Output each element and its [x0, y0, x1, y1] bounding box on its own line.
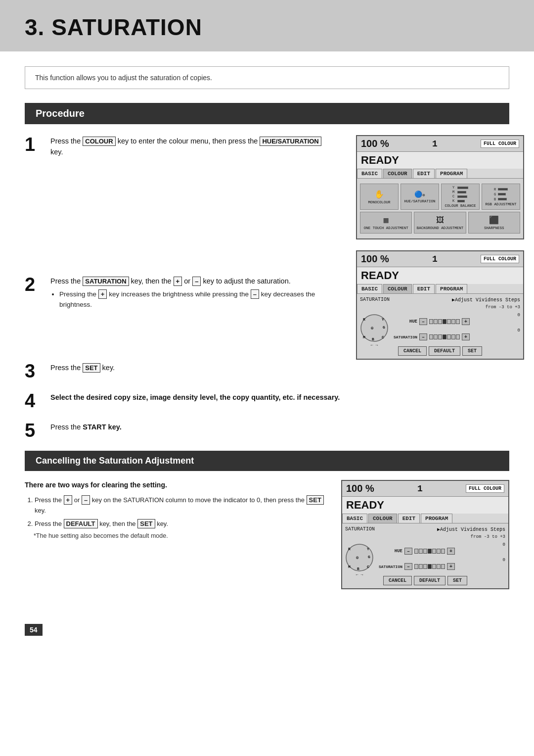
screen-gap — [341, 239, 509, 250]
steps-left: 1 Press the COLOUR key to enter the colo… — [25, 135, 326, 360]
step-3-text: Press the SET key. — [50, 363, 509, 374]
cancelling-section: Cancelling the Saturation Adjustment The… — [25, 451, 509, 589]
s3-ind4 — [428, 549, 432, 554]
s3-tab-edit[interactable]: EDIT — [398, 514, 420, 523]
huesat-icon[interactable]: 🔵⊕ HUE/SATURATION — [400, 184, 439, 210]
onetouch-icon[interactable]: ▦ ONE TOUCH ADJUSTMENT — [360, 212, 412, 234]
screen-3: 100 % 1 FULL COLOUR READY BASIC COLOUR E… — [341, 480, 509, 589]
cancel-text-block: There are two ways for clearing the sett… — [25, 480, 326, 539]
sind1 — [429, 334, 433, 339]
s2-tab-program[interactable]: PROGRAM — [436, 284, 467, 293]
s3-hue-plus-btn[interactable]: + — [447, 548, 455, 555]
s3-cancel-btn[interactable]: CANCEL — [383, 576, 412, 585]
svg-text:R: R — [363, 317, 365, 322]
hue-sat-key: HUE/SATURATION — [260, 137, 321, 146]
tab-edit[interactable]: EDIT — [413, 169, 435, 178]
step-4-number: 4 — [25, 391, 50, 410]
rgbadj-label: RGB ADJUSTMENT — [485, 202, 516, 206]
screen-1-tabs: BASIC COLOUR EDIT PROGRAM — [357, 169, 523, 179]
monocolour-icon[interactable]: ✋ MONOCOLOUR — [360, 184, 399, 210]
colourbal-icon[interactable]: Y M C K COLOUR BALANCE — [441, 184, 480, 210]
hue-indicators — [429, 319, 460, 324]
tab-colour[interactable]: COLOUR — [383, 169, 412, 178]
cancel-btn[interactable]: CANCEL — [398, 346, 427, 356]
ind3 — [438, 319, 442, 324]
screen-3-status: FULL COLOUR — [466, 484, 504, 493]
screen-3-tabs: BASIC COLOUR EDIT PROGRAM — [342, 514, 508, 523]
ind7 — [456, 319, 460, 324]
s2-tab-colour[interactable]: COLOUR — [383, 284, 412, 293]
screen1-spacer — [25, 169, 326, 275]
s3-tab-colour[interactable]: COLOUR — [368, 514, 397, 523]
screen-2: 100 % 1 FULL COLOUR READY BASIC COLOUR E… — [356, 250, 524, 360]
s3-sat-ctrl-label: SATURATION — [378, 565, 402, 569]
mono-label: MONOCOLOUR — [368, 200, 390, 204]
icon-grid-1: ✋ MONOCOLOUR 🔵⊕ HUE/SATURATION Y M C — [360, 184, 520, 210]
s3-tab-basic[interactable]: BASIC — [342, 514, 367, 523]
s3-hue-minus-btn[interactable]: – — [404, 548, 412, 555]
set-btn[interactable]: SET — [462, 346, 482, 356]
s3-sat-indicators — [414, 564, 445, 569]
default-key-c: DEFAULT — [64, 519, 98, 528]
screen-2-sat-body: SATURATION ▶Adjust Vividness Steps from … — [357, 294, 523, 359]
screen-2-topbar: 100 % 1 FULL COLOUR — [357, 251, 523, 267]
svg-text:M: M — [348, 565, 351, 569]
default-btn[interactable]: DEFAULT — [429, 346, 460, 356]
tab-program[interactable]: PROGRAM — [436, 169, 467, 178]
screen-3-copies: 1 — [417, 484, 423, 494]
s3-tab-program[interactable]: PROGRAM — [421, 514, 452, 523]
rgbadj-icon[interactable]: R G B RGB ADJUSTMENT — [482, 184, 520, 210]
screen-3-sat-body: SATURATION ▶Adjust Vividness Steps from … — [342, 523, 508, 588]
plus-key: + — [174, 277, 182, 286]
sat-minus-btn[interactable]: – — [419, 333, 427, 340]
cancel-note: *The hue setting also becomes the defaul… — [25, 532, 326, 539]
sind2 — [434, 334, 438, 339]
s2-tab-edit[interactable]: EDIT — [413, 284, 435, 293]
step-2-number: 2 — [25, 275, 50, 294]
s2-tab-basic[interactable]: BASIC — [357, 284, 382, 293]
step-2-bullet: Pressing the + key increases the brightn… — [59, 289, 326, 310]
hue-value-label: 0 — [393, 313, 520, 318]
sat-range: from -3 to +3 — [360, 305, 520, 310]
hue-plus-btn[interactable]: + — [462, 318, 470, 325]
screen-3-percent: 100 % — [346, 483, 374, 494]
sat-plus-btn[interactable]: + — [462, 333, 470, 340]
tab-basic[interactable]: BASIC — [357, 169, 382, 178]
s3-set-btn[interactable]: SET — [447, 576, 467, 585]
step-2-bullets: Pressing the + key increases the brightn… — [50, 289, 326, 310]
svg-text:⊕: ⊕ — [356, 556, 359, 561]
step-4: 4 Select the desired copy size, image de… — [25, 391, 509, 410]
page-number: 54 — [25, 624, 43, 636]
screen-1-status: FULL COLOUR — [481, 140, 519, 148]
background-icon[interactable]: 🖼 BACKGROUND ADJUSTMENT — [414, 212, 466, 234]
colour-key: COLOUR — [83, 137, 115, 146]
icon-grid-2: ▦ ONE TOUCH ADJUSTMENT 🖼 BACKGROUND ADJU… — [360, 212, 520, 234]
sharpness-graphic: ⬛ — [489, 215, 499, 225]
bottom-buttons: CANCEL DEFAULT SET — [360, 346, 520, 356]
minus-key-2: – — [251, 289, 259, 299]
s3-sind7 — [441, 564, 445, 569]
svg-text:G: G — [368, 555, 370, 559]
svg-text:B: B — [372, 337, 374, 341]
colourbal-label: COLOUR BALANCE — [445, 204, 476, 208]
sharpness-icon[interactable]: ⬛ SHARPNESS — [468, 212, 520, 234]
sat-ctrl-label: SATURATION — [393, 335, 417, 339]
s3-sat-plus-btn[interactable]: + — [447, 563, 455, 570]
s3-default-btn[interactable]: DEFAULT — [414, 576, 445, 585]
cancelling-header: Cancelling the Saturation Adjustment — [25, 451, 509, 471]
s3-sat-minus-btn[interactable]: – — [404, 563, 412, 570]
ind2 — [434, 319, 438, 324]
hue-minus-btn[interactable]: – — [419, 318, 427, 325]
cancel-intro: There are two ways for clearing the sett… — [25, 480, 326, 490]
svg-text:⊕: ⊕ — [371, 326, 374, 331]
steps-right: 100 % 1 FULL COLOUR READY BASIC COLOUR E… — [341, 135, 509, 360]
background-label: BACKGROUND ADJUSTMENT — [417, 226, 464, 230]
onetouch-label: ONE TOUCH ADJUSTMENT — [364, 226, 408, 230]
s3-sat-adjust-label: ▶Adjust Vividness Steps — [437, 526, 505, 532]
screen-1-copies: 1 — [432, 139, 438, 149]
ymck-display: Y M C K — [452, 186, 468, 203]
s3-sat-adjust-area: R Y M C G B ⊕ ← → 0 — [345, 542, 505, 573]
svg-text:R: R — [348, 547, 351, 551]
page-title: 3. SATURATION — [25, 14, 509, 41]
step-2: 2 Press the SATURATION key, then the + o… — [25, 275, 326, 310]
